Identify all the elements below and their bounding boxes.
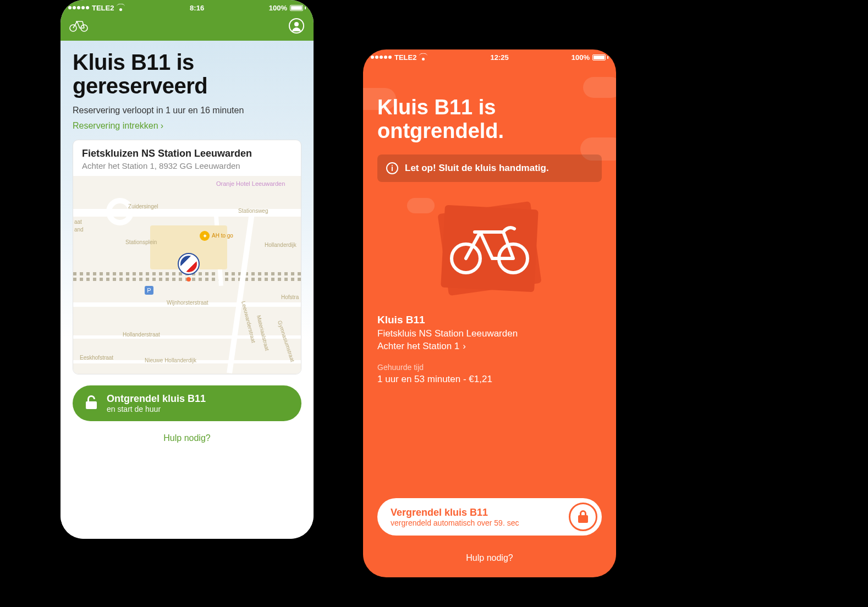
clock-label: 8:16 [190,4,204,12]
map-pin-icon [178,253,200,275]
status-bar: TELE2 8:16 100% [61,0,314,13]
map-label: Hofstra [281,294,299,300]
map-label: Gymnasiumstraat [277,320,296,363]
location-address: Achter het Station 1, 8932 GG Leeuwarden [82,161,292,170]
carrier-label: TELE2 [92,4,114,12]
locker-address: Achter het Station 1 [377,341,459,352]
map-label: aat [74,219,82,225]
location-card: Fietskluizen NS Station Leeuwarden Achte… [73,140,301,374]
map-label: Nieuwe Hollanderdijk [145,357,196,363]
map-label: Hollanderstraat [123,332,160,338]
map-label: Stationsplein [125,239,157,245]
reservation-expiry: Reservering verloopt in 1 uur en 16 minu… [73,106,301,115]
map-label: Oranje Hotel Leeuwarden [216,180,285,187]
parking-icon: P [145,286,153,295]
map-label: Hollanderdijk [265,242,296,248]
lock-icon [569,503,597,531]
help-link[interactable]: Hulp nodig? [73,421,301,457]
location-title: Fietskluizen NS Station Leeuwarden [82,148,292,159]
battery-icon [592,54,608,60]
unlock-button[interactable]: Ontgrendel kluis B11 en start de huur [73,385,301,421]
signal-dots-icon [68,6,89,9]
help-link[interactable]: Hulp nodig? [363,553,616,563]
map-label: Zuidersingel [128,203,158,209]
map-label: Materiaalstraat [256,314,271,351]
nav-bar [61,13,314,41]
map-label: Stationsweg [238,208,268,214]
phone-unlocked: TELE2 12:25 100% Kluis B11 is ontgrendel… [363,49,616,577]
map-label: AH to go [212,233,233,239]
lock-button[interactable]: Vergrendel kluis B11 vergrendeld automat… [377,498,602,536]
map-label: and [74,227,84,233]
cancel-reservation-label: Reservering intrekken [73,121,158,131]
locker-info: Kluis B11 Fietskluis NS Station Leeuward… [377,314,602,385]
map-view[interactable]: Oranje Hotel Leeuwarden Zuidersingel Sta… [73,176,301,374]
battery-label: 100% [572,53,590,62]
lock-button-subtitle: vergrendeld automatisch over 59. sec [391,518,519,527]
locker-location: Fietskluis NS Station Leeuwarden [377,328,602,339]
signal-dots-icon [371,56,392,59]
chevron-right-icon: › [463,341,466,352]
wifi-icon [117,4,125,11]
wifi-icon [419,54,427,60]
carrier-label: TELE2 [394,53,416,62]
map-label: Eeskhofstraat [80,355,113,361]
alert-text: Let op! Sluit de kluis handmatig. [405,163,549,174]
battery-icon [290,5,306,11]
status-bar: TELE2 12:25 100% [363,49,616,63]
bike-icon[interactable] [69,20,88,34]
cancel-reservation-link[interactable]: Reservering intrekken › [73,121,301,131]
bike-illustration [437,202,542,295]
page-title: Kluis B11 is ontgrendeld. [377,96,602,142]
info-icon: i [386,162,398,174]
bike-icon [448,216,531,276]
locker-address-link[interactable]: Achter het Station 1 › [377,341,602,352]
locker-name: Kluis B11 [377,314,602,326]
lock-button-title: Vergrendel kluis B11 [391,507,519,518]
map-label: Wijnhorsterstraat [167,300,208,306]
battery-label: 100% [269,4,287,12]
phone-reserved: TELE2 8:16 100% Kluis B11 is gereserveer… [61,0,314,539]
rented-time-label: Gehuurde tijd [377,363,602,372]
chevron-right-icon: › [161,121,163,131]
unlock-button-title: Ontgrendel kluis B11 [107,393,206,405]
clock-label: 12:25 [490,53,508,62]
unlock-icon [85,395,98,412]
alert-banner: i Let op! Sluit de kluis handmatig. [377,154,602,182]
unlock-button-subtitle: en start de huur [107,405,206,413]
rented-time-value: 1 uur en 53 minuten - €1,21 [377,374,602,385]
page-title: Kluis B11 is gereserveerd [73,51,301,98]
profile-icon[interactable] [288,18,305,36]
svg-point-3 [294,22,299,26]
